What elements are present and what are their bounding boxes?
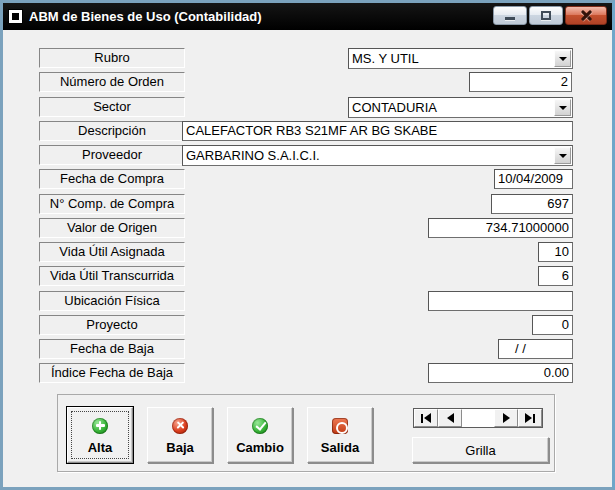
field-label-n-comp-de-compra: N° Comp. de Compra — [39, 194, 185, 214]
close-icon — [580, 9, 593, 22]
last-record-button[interactable] — [518, 409, 542, 427]
descripcion-input[interactable]: CALEFACTOR RB3 S21MF AR BG SKABE — [182, 121, 573, 141]
field-row-numero-de-orden: Número de Orden2 — [3, 72, 612, 93]
minimize-button[interactable] — [493, 6, 527, 25]
previous-record-button[interactable] — [438, 409, 462, 427]
field-row-fecha-de-baja: Fecha de Baja/ / — [3, 339, 612, 360]
field-label-vida-util-asignada: Vida Útil Asignada — [39, 242, 185, 262]
field-row-ubicacion-fisica: Ubicación Física — [3, 291, 612, 312]
plus-circle-icon — [92, 418, 108, 434]
sector-combobox[interactable]: CONTADURIA — [348, 97, 573, 118]
proveedor-value: GARBARINO S.A.I.C.I. — [186, 147, 552, 165]
field-label-sector: Sector — [39, 97, 185, 117]
chevron-down-icon[interactable] — [554, 99, 571, 116]
close-button[interactable] — [565, 6, 607, 25]
salida-button[interactable]: Salida — [307, 407, 373, 463]
field-row-valor-de-origen: Valor de Origen734.71000000 — [3, 218, 612, 239]
navigator-track — [462, 409, 494, 427]
window-title: ABM de Bienes de Uso (Contabilidad) — [29, 9, 262, 24]
restore-button[interactable] — [529, 6, 563, 25]
field-label-descripcion: Descripción — [39, 121, 185, 141]
field-row-proyecto: Proyecto0 — [3, 315, 612, 336]
field-label-vida-util-transcurrida: Vida Útil Transcurrida — [39, 266, 185, 286]
next-record-button[interactable] — [494, 409, 518, 427]
field-label-proyecto: Proyecto — [39, 315, 185, 335]
title-bar: ABM de Bienes de Uso (Contabilidad) — [3, 3, 612, 30]
proveedor-combobox[interactable]: GARBARINO S.A.I.C.I. — [182, 145, 573, 166]
grilla-button-label: Grilla — [465, 443, 495, 458]
fecha-de-baja-input[interactable]: / / — [498, 339, 573, 359]
salida-button-label: Salida — [321, 440, 359, 455]
numero-de-orden-input[interactable]: 2 — [469, 72, 572, 92]
n-comp-de-compra-input[interactable]: 697 — [491, 194, 573, 214]
proyecto-input[interactable]: 0 — [532, 315, 573, 335]
window-icon — [9, 10, 22, 23]
app-window: ABM de Bienes de Uso (Contabilidad) Rubr… — [0, 0, 615, 490]
record-navigator — [413, 408, 543, 428]
field-label-ubicacion-fisica: Ubicación Física — [39, 291, 185, 311]
field-row-rubro: RubroMS. Y UTIL — [3, 48, 612, 69]
chevron-down-icon[interactable] — [554, 147, 571, 164]
field-row-vida-util-asignada: Vida Útil Asignada10 — [3, 242, 612, 263]
field-label-rubro: Rubro — [39, 48, 185, 68]
restore-icon — [541, 11, 551, 20]
sector-value: CONTADURIA — [352, 99, 552, 117]
field-label-indice-fecha-de-baja: Índice Fecha de Baja — [39, 363, 185, 383]
vida-util-asignada-input[interactable]: 10 — [538, 242, 573, 262]
ubicacion-fisica-input[interactable] — [428, 291, 573, 311]
baja-button-label: Baja — [166, 440, 193, 455]
caption-buttons — [493, 6, 607, 25]
alta-button-label: Alta — [88, 440, 113, 455]
chevron-down-icon[interactable] — [554, 50, 571, 67]
first-record-button[interactable] — [414, 409, 438, 427]
baja-button[interactable]: Baja — [147, 407, 213, 463]
field-label-numero-de-orden: Número de Orden — [39, 72, 185, 92]
field-label-fecha-de-compra: Fecha de Compra — [39, 169, 185, 189]
form-client-area: RubroMS. Y UTILNúmero de Orden2SectorCON… — [3, 30, 612, 487]
cross-circle-icon — [172, 418, 188, 434]
field-label-fecha-de-baja: Fecha de Baja — [39, 339, 185, 359]
rubro-value: MS. Y UTIL — [352, 50, 552, 68]
vida-util-transcurrida-input[interactable]: 6 — [538, 266, 573, 286]
check-circle-icon — [252, 418, 268, 434]
field-row-vida-util-transcurrida: Vida Útil Transcurrida6 — [3, 266, 612, 287]
field-label-valor-de-origen: Valor de Origen — [39, 218, 185, 238]
minimize-icon — [505, 17, 515, 20]
field-row-indice-fecha-de-baja: Índice Fecha de Baja0.00 — [3, 363, 612, 384]
power-icon — [332, 418, 348, 434]
cambio-button[interactable]: Cambio — [227, 407, 293, 463]
rubro-combobox[interactable]: MS. Y UTIL — [348, 48, 573, 69]
valor-de-origen-input[interactable]: 734.71000000 — [428, 218, 573, 238]
alta-button[interactable]: Alta — [67, 407, 133, 463]
field-row-sector: SectorCONTADURIA — [3, 97, 612, 118]
field-row-n-comp-de-compra: N° Comp. de Compra697 — [3, 194, 612, 215]
cambio-button-label: Cambio — [236, 440, 284, 455]
field-row-proveedor: ProveedorGARBARINO S.A.I.C.I. — [3, 145, 612, 166]
field-label-proveedor: Proveedor — [39, 145, 185, 165]
grilla-button[interactable]: Grilla — [412, 437, 549, 463]
fecha-de-compra-input[interactable]: 10/04/2009 — [494, 169, 573, 189]
field-row-fecha-de-compra: Fecha de Compra10/04/2009 — [3, 169, 612, 190]
indice-fecha-de-baja-input[interactable]: 0.00 — [428, 363, 573, 383]
field-row-descripcion: DescripciónCALEFACTOR RB3 S21MF AR BG SK… — [3, 121, 612, 142]
